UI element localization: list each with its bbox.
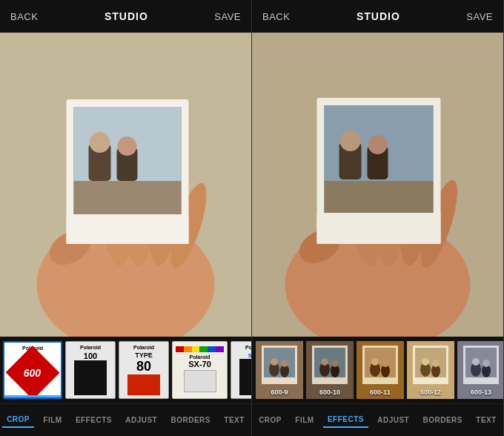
right-photo-area: [252, 33, 503, 337]
left-toolbar-film[interactable]: FILM: [39, 413, 66, 427]
svg-point-70: [483, 360, 490, 367]
left-toolbar-text[interactable]: TEXT: [219, 413, 249, 427]
film-spec-label: spec: [248, 351, 251, 359]
svg-point-33: [368, 135, 388, 154]
right-toolbar-adjust[interactable]: ADJUST: [373, 413, 414, 427]
svg-point-69: [472, 358, 480, 366]
svg-point-55: [371, 358, 379, 366]
svg-point-42: [281, 360, 288, 367]
svg-rect-52: [365, 348, 396, 377]
thumb-600-10-label: 600-10: [306, 389, 354, 396]
film-100-img: [74, 360, 107, 395]
left-toolbar-adjust[interactable]: ADJUST: [121, 413, 162, 427]
film-sx70-label: SX-70: [188, 360, 211, 369]
svg-rect-66: [465, 348, 497, 377]
right-toolbar-borders[interactable]: BORDERS: [419, 413, 468, 427]
film-type80-label: TYPE: [135, 351, 153, 359]
thumb-600-9-label: 600-9: [256, 389, 303, 396]
film-600-diamond: 600: [6, 346, 60, 399]
svg-point-41: [271, 358, 278, 366]
left-save-button[interactable]: SAVE: [214, 11, 241, 22]
left-title: STUDIO: [105, 10, 148, 22]
film-sx70-img: [184, 370, 216, 392]
thumb-600-12[interactable]: 600-12: [407, 341, 454, 399]
left-header: BACK STUDIO SAVE: [0, 0, 251, 33]
film-type80-red-box: [127, 374, 160, 395]
film-spec-brand: Polaroid: [245, 345, 251, 350]
svg-point-31: [340, 131, 361, 151]
left-film-strip: Polaroid 600 Polaroid 100 Polaroid TYPE …: [0, 337, 251, 403]
thumb-600-13-label: 600-13: [457, 389, 503, 396]
thumb-600-12-label: 600-12: [407, 389, 454, 396]
left-toolbar-effects[interactable]: EFFECTS: [71, 413, 116, 427]
svg-rect-45: [314, 348, 345, 377]
svg-rect-17: [67, 214, 189, 244]
film-item-type80[interactable]: Polaroid TYPE 80: [119, 341, 169, 399]
right-toolbar-crop[interactable]: CROP: [254, 413, 286, 427]
right-panel: BACK STUDIO SAVE: [252, 0, 504, 436]
thumb-600-13[interactable]: 600-13: [457, 341, 503, 399]
thumb-600-10[interactable]: 600-10: [306, 341, 354, 399]
svg-point-13: [90, 132, 110, 153]
film-item-spec[interactable]: Polaroid spec: [231, 341, 251, 399]
svg-point-15: [118, 136, 137, 156]
film-100-number: 100: [84, 351, 97, 360]
svg-point-49: [331, 360, 339, 367]
right-photo-svg: [252, 33, 503, 337]
left-photo-area: [0, 33, 251, 337]
svg-point-56: [382, 360, 389, 367]
svg-point-62: [422, 358, 429, 366]
film-600-selected: [4, 395, 61, 397]
right-back-button[interactable]: BACK: [262, 11, 290, 22]
film-sx70-brand: Polaroid: [189, 354, 210, 360]
left-toolbar-borders[interactable]: BORDERS: [167, 413, 216, 427]
right-toolbar-film[interactable]: FILM: [291, 413, 318, 427]
svg-rect-16: [74, 181, 182, 214]
film-spec-img: [239, 359, 251, 395]
thumb-600-11-label: 600-11: [357, 389, 404, 396]
right-thumbnails: 600-9 600-10 6: [252, 337, 503, 403]
svg-rect-38: [264, 348, 295, 377]
film-100-brand: Polaroid: [80, 345, 101, 350]
film-sx70-stripe: [176, 346, 224, 352]
film-item-sx70[interactable]: Polaroid SX-70: [172, 341, 228, 399]
right-title: STUDIO: [357, 10, 400, 22]
thumb-600-11[interactable]: 600-11: [357, 341, 404, 399]
film-type80-number: 80: [136, 359, 151, 374]
left-back-button[interactable]: BACK: [10, 11, 38, 22]
svg-point-48: [321, 358, 328, 366]
right-toolbar-effects[interactable]: EFFECTS: [323, 412, 368, 428]
left-panel: BACK STUDIO SAVE: [0, 0, 252, 436]
right-toolbar-text[interactable]: TEXT: [471, 413, 501, 427]
film-type80-brand: Polaroid: [133, 345, 154, 350]
left-photo-svg: [0, 33, 251, 337]
left-toolbar: CROP FILM EFFECTS ADJUST BORDERS TEXT: [0, 403, 251, 436]
left-toolbar-crop[interactable]: CROP: [2, 412, 34, 428]
right-header: BACK STUDIO SAVE: [252, 0, 503, 33]
right-save-button[interactable]: SAVE: [466, 11, 493, 22]
thumb-600-9[interactable]: 600-9: [256, 341, 303, 399]
film-600-text: 600: [24, 366, 41, 378]
svg-rect-34: [325, 181, 434, 214]
svg-rect-59: [415, 348, 446, 377]
svg-rect-35: [317, 213, 441, 244]
film-item-600[interactable]: Polaroid 600: [3, 341, 62, 399]
svg-point-63: [432, 360, 440, 367]
film-item-100[interactable]: Polaroid 100: [65, 341, 116, 399]
right-toolbar: CROP FILM EFFECTS ADJUST BORDERS TEXT: [252, 403, 503, 436]
